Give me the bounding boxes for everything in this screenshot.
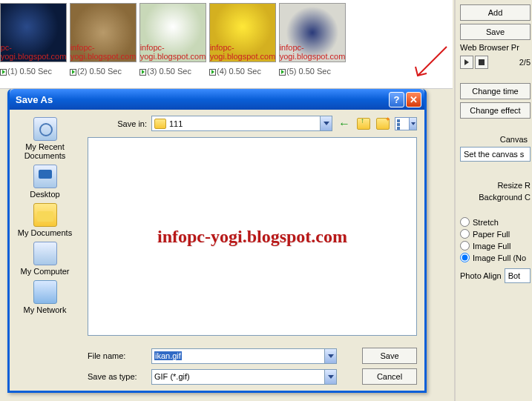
place-mynetwork[interactable]: My Network <box>12 279 79 316</box>
view-menu-dropdown[interactable] <box>410 117 417 130</box>
play-icon <box>209 69 216 76</box>
watermark-text: infopc-yogi.blogspot.com <box>157 227 347 247</box>
canvas-note-field[interactable]: Set the canvas s <box>460 147 531 162</box>
savein-combo[interactable]: 111 <box>151 116 332 131</box>
view-menu-button[interactable] <box>395 117 410 130</box>
saveastype-value: GIF (*.gif) <box>154 372 190 381</box>
filename-label: File name: <box>88 351 147 360</box>
network-icon <box>33 280 57 304</box>
canvas-label: Canvas <box>460 135 531 144</box>
svg-line-0 <box>418 47 447 76</box>
web-browser-label: Web Browser Pr <box>460 43 531 52</box>
desktop-icon <box>33 165 57 188</box>
savein-value: 111 <box>169 119 183 128</box>
place-mycomputer[interactable]: My Computer <box>12 240 79 277</box>
dialog-cancel-button[interactable]: Cancel <box>362 368 417 385</box>
play-icon <box>279 69 286 76</box>
folder-icon <box>154 119 166 129</box>
play-icon <box>70 69 76 76</box>
saveastype-label: Save as type: <box>88 372 147 381</box>
thumbnail-5[interactable]: infopc-yogi.blogspot.com (5) 0.50 Sec <box>279 3 346 76</box>
thumbnail-1[interactable]: pc-yogi.blogspot.com (1) 0.50 Sec <box>0 3 67 76</box>
save-as-dialog: Save As ? ✕ My Recent Documents Desktop … <box>7 89 427 393</box>
thumb-image: pc-yogi.blogspot.com <box>0 3 67 62</box>
thumb-caption: (4) 0.50 Sec <box>217 67 261 76</box>
save-button[interactable]: Save <box>460 24 531 40</box>
chevron-down-icon[interactable] <box>324 349 336 363</box>
filename-input[interactable]: ikan.gif <box>151 348 337 364</box>
photo-align-label: Photo Align <box>460 271 502 280</box>
file-list-area[interactable]: infopc-yogi.blogspot.com <box>88 137 417 336</box>
thumbnail-4[interactable]: infopc-yogi.blogspot.com (4) 0.50 Sec <box>209 3 276 76</box>
add-button[interactable]: Add <box>460 4 531 21</box>
radio-image-full[interactable]: Image Full <box>460 241 531 251</box>
thumb-image: infopc-yogi.blogspot.com <box>209 3 276 62</box>
play-icon <box>0 69 7 76</box>
change-time-button[interactable]: Change time <box>460 83 531 99</box>
filename-value: ikan.gif <box>154 351 182 360</box>
chevron-down-icon[interactable] <box>320 116 332 130</box>
thumbnail-strip: pc-yogi.blogspot.com (1) 0.50 Sec infopc… <box>0 0 453 89</box>
photo-align-select[interactable]: Bot <box>505 268 531 283</box>
thumb-caption: (5) 0.50 Sec <box>286 67 331 76</box>
thumb-image: infopc-yogi.blogspot.com <box>70 3 137 62</box>
annotation-arrow-icon <box>412 44 449 82</box>
place-desktop[interactable]: Desktop <box>12 163 79 200</box>
resize-label: Resize R <box>460 181 531 190</box>
thumb-caption: (3) 0.50 Sec <box>147 67 191 76</box>
savein-label: Save in: <box>88 119 147 128</box>
stop-button[interactable] <box>475 56 488 69</box>
thumbnail-2[interactable]: infopc-yogi.blogspot.com (2) 0.50 Sec <box>70 3 137 76</box>
thumb-image: infopc-yogi.blogspot.com <box>139 3 206 62</box>
right-panel: Add Save Web Browser Pr 2/5 Change time … <box>454 0 532 401</box>
place-mydocuments[interactable]: My Documents <box>12 202 79 239</box>
back-button[interactable]: ← <box>337 116 352 131</box>
progress-text: 2/5 <box>519 58 531 67</box>
place-recent[interactable]: My Recent Documents <box>12 116 79 162</box>
places-bar: My Recent Documents Desktop My Documents… <box>10 110 80 391</box>
documents-icon <box>33 203 57 227</box>
change-effect-button[interactable]: Change effect <box>460 102 531 119</box>
new-folder-button[interactable] <box>375 116 390 131</box>
radio-paper-full[interactable]: Paper Full <box>460 229 531 239</box>
saveastype-combo[interactable]: GIF (*.gif) <box>151 369 337 385</box>
dialog-title: Save As <box>13 94 387 105</box>
new-folder-icon <box>376 118 390 130</box>
thumb-image: infopc-yogi.blogspot.com <box>279 3 346 62</box>
thumbnail-3[interactable]: infopc-yogi.blogspot.com (3) 0.50 Sec <box>139 3 206 76</box>
close-button[interactable]: ✕ <box>406 92 421 107</box>
thumb-caption: (2) 0.50 Sec <box>77 67 122 76</box>
radio-stretch[interactable]: Stretch <box>460 217 531 227</box>
bgcolor-label: Background C <box>460 193 531 202</box>
help-button[interactable]: ? <box>389 92 404 107</box>
play-icon <box>139 69 146 76</box>
up-one-level-button[interactable] <box>356 116 371 131</box>
radio-image-full-no[interactable]: Image Full (No <box>460 253 531 262</box>
dialog-titlebar[interactable]: Save As ? ✕ <box>10 89 424 110</box>
chevron-down-icon[interactable] <box>324 370 336 384</box>
folder-up-icon <box>357 118 370 130</box>
dialog-save-button[interactable]: Save <box>362 348 417 364</box>
thumb-caption: (1) 0.50 Sec <box>7 67 52 76</box>
computer-icon <box>33 242 57 265</box>
play-button[interactable] <box>460 56 473 69</box>
recent-icon <box>33 117 57 141</box>
